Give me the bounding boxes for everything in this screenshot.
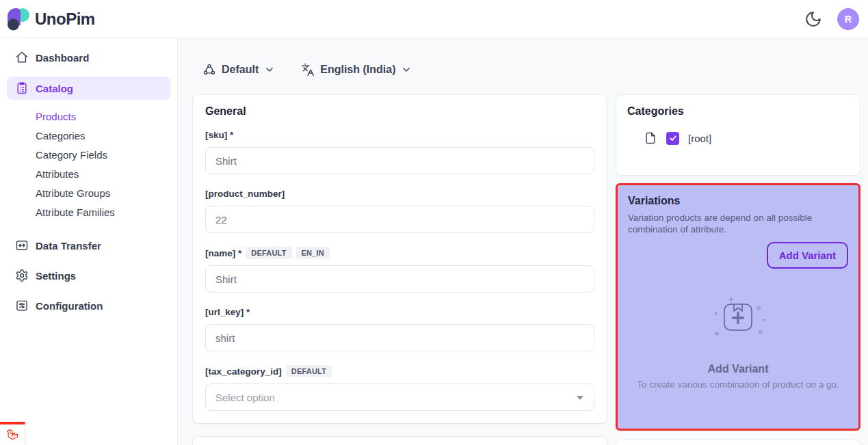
chevron-down-icon xyxy=(401,64,412,75)
sidebar-item-label: Attributes xyxy=(36,168,79,180)
url-key-input[interactable] xyxy=(205,324,594,351)
sku-input[interactable] xyxy=(205,147,594,174)
select-placeholder: Select option xyxy=(215,392,275,403)
main-content: Default English (India) Gener xyxy=(178,38,868,445)
channel-badge: DEFAULT xyxy=(246,247,291,259)
sidebar-item-data-transfer[interactable]: Data Transfer xyxy=(0,236,177,255)
sidebar-item-label: Configuration xyxy=(36,300,103,312)
channel-badge: DEFAULT xyxy=(286,365,332,377)
sidebar-item-products[interactable]: Products xyxy=(0,107,177,126)
sidebar-item-label: Data Transfer xyxy=(36,240,101,252)
category-tree-node: [root] xyxy=(644,131,849,145)
unopim-logomark-icon xyxy=(7,8,30,31)
sidebar-item-label: Attribute Families xyxy=(36,206,115,218)
sidebar-item-label: Dashboard xyxy=(36,52,89,64)
sidebar-item-label: Catalog xyxy=(36,83,73,94)
moon-icon xyxy=(804,10,822,28)
channel-value: Default xyxy=(222,64,259,76)
sidebar-item-catalog[interactable]: Catalog xyxy=(7,77,170,100)
next-card-partial xyxy=(616,440,860,445)
sliders-icon xyxy=(15,299,29,312)
home-icon xyxy=(15,51,29,64)
sidebar-item-label: Settings xyxy=(36,270,76,282)
clipboard-icon xyxy=(15,81,29,95)
laravel-icon xyxy=(5,428,19,442)
topbar: UnoPim R xyxy=(0,0,868,38)
brand-logo[interactable]: UnoPim xyxy=(0,8,95,31)
brand-name: UnoPim xyxy=(35,10,95,29)
url-key-label: [url_key] * xyxy=(205,306,250,318)
general-card-title: General xyxy=(205,105,594,118)
user-avatar[interactable]: R xyxy=(837,8,859,30)
sku-label: [sku] * xyxy=(205,129,233,141)
locale-selector[interactable]: English (India) xyxy=(301,63,412,77)
laravel-debugbar-toggle[interactable] xyxy=(0,422,25,445)
product-number-label: [product_number] xyxy=(205,188,285,200)
add-variant-box-icon xyxy=(707,293,770,344)
chevron-down-icon xyxy=(264,64,275,75)
tax-category-select[interactable]: Select option xyxy=(205,383,594,411)
check-icon xyxy=(669,134,677,142)
sidebar-item-category-fields[interactable]: Category Fields xyxy=(0,145,177,164)
variant-empty-state: Add Variant To create various combinatio… xyxy=(628,269,848,390)
sidebar: Dashboard Catalog Products Categories Ca… xyxy=(0,38,178,445)
variations-subtitle: Variation products are depend on all pos… xyxy=(628,212,823,235)
dark-mode-toggle[interactable] xyxy=(804,10,822,28)
categories-card: Categories [root] xyxy=(616,94,860,176)
data-transfer-icon xyxy=(15,239,29,252)
name-input[interactable] xyxy=(205,265,594,293)
sidebar-item-label: Attribute Groups xyxy=(36,187,110,199)
field-url-key: [url_key] * xyxy=(205,306,594,351)
categories-card-title: Categories xyxy=(627,105,849,118)
field-sku: [sku] * xyxy=(205,129,594,174)
languages-icon xyxy=(301,63,315,77)
channel-icon xyxy=(202,63,216,77)
gear-icon xyxy=(15,269,29,282)
description-card: Description xyxy=(192,436,607,445)
sidebar-item-settings[interactable]: Settings xyxy=(0,266,177,285)
name-label: [name] * xyxy=(205,247,241,259)
sidebar-item-label: Category Fields xyxy=(36,149,107,161)
channel-selector[interactable]: Default xyxy=(202,63,275,77)
root-category-checkbox[interactable] xyxy=(666,132,679,145)
locale-badge: EN_IN xyxy=(296,247,330,259)
sidebar-item-label: Products xyxy=(36,111,76,122)
context-bar: Default English (India) xyxy=(202,60,860,79)
general-card: General [sku] * [product_number] xyxy=(192,94,607,424)
file-icon xyxy=(644,131,657,145)
sidebar-item-dashboard[interactable]: Dashboard xyxy=(0,48,177,67)
select-caret-icon xyxy=(577,396,583,400)
field-product-number: [product_number] xyxy=(205,188,594,233)
add-variant-button[interactable]: Add Variant xyxy=(767,242,848,269)
sidebar-item-attributes[interactable]: Attributes xyxy=(0,164,177,183)
sidebar-item-configuration[interactable]: Configuration xyxy=(0,296,177,315)
variant-empty-caption: To create various combination of product… xyxy=(637,379,839,390)
sidebar-item-label: Categories xyxy=(36,130,86,141)
variations-card-title: Variations xyxy=(628,194,848,208)
variant-empty-title: Add Variant xyxy=(708,363,769,375)
sidebar-item-attribute-groups[interactable]: Attribute Groups xyxy=(0,183,177,202)
variations-card: Variations Variation products are depend… xyxy=(616,183,860,431)
product-number-input[interactable] xyxy=(205,206,594,233)
sidebar-item-attribute-families[interactable]: Attribute Families xyxy=(0,202,177,221)
sidebar-item-categories[interactable]: Categories xyxy=(0,126,177,145)
category-label: [root] xyxy=(688,133,711,144)
locale-value: English (India) xyxy=(320,64,395,76)
field-name: [name] * DEFAULT EN_IN xyxy=(205,247,594,293)
unopim-app: UnoPim R Dashboard Catalog xyxy=(0,0,868,445)
field-tax-category: [tax_category_id] DEFAULT Select option xyxy=(205,365,594,411)
tax-category-label: [tax_category_id] xyxy=(205,366,282,377)
